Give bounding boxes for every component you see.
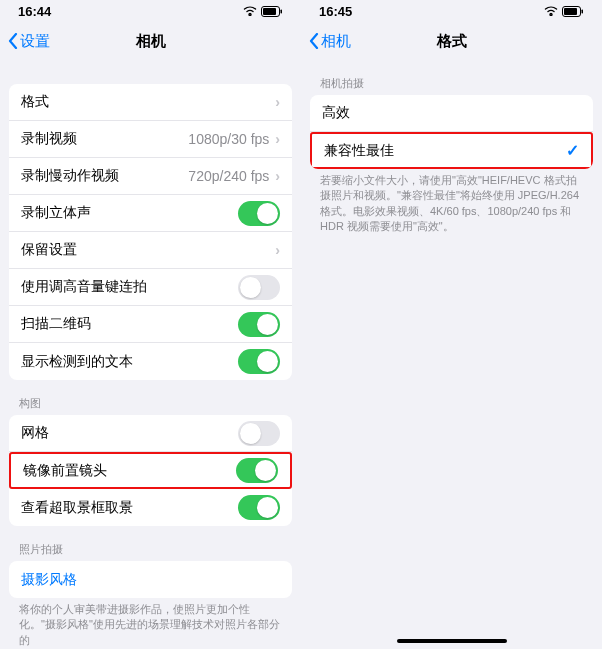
- label: 录制立体声: [21, 204, 91, 222]
- svg-rect-5: [582, 9, 584, 13]
- row-photo-styles[interactable]: 摄影风格: [9, 561, 292, 598]
- label: 高效: [322, 104, 350, 122]
- status-right: [544, 6, 584, 17]
- content: 格式 › 录制视频 1080p/30 fps › 录制慢动作视频 720p/24…: [0, 60, 301, 649]
- chevron-right-icon: ›: [275, 168, 280, 184]
- home-indicator[interactable]: [397, 639, 507, 643]
- page-title: 格式: [437, 32, 467, 51]
- wifi-icon: [243, 6, 257, 16]
- label: 格式: [21, 93, 49, 111]
- row-most-compatible[interactable]: 兼容性最佳 ✓: [310, 132, 593, 169]
- wifi-icon: [544, 6, 558, 16]
- back-button[interactable]: 设置: [8, 32, 50, 51]
- battery-icon: [562, 6, 584, 17]
- label: 录制视频: [21, 130, 77, 148]
- toggle-scan-qr[interactable]: [238, 312, 280, 337]
- toggle-view-outside-frame[interactable]: [238, 495, 280, 520]
- svg-rect-2: [281, 9, 283, 13]
- row-scan-qr: 扫描二维码: [9, 306, 292, 343]
- row-view-outside-frame: 查看超取景框取景: [9, 489, 292, 526]
- chevron-right-icon: ›: [275, 94, 280, 110]
- row-record-slomo[interactable]: 录制慢动作视频 720p/240 fps ›: [9, 158, 292, 195]
- chevron-left-icon: [309, 33, 319, 49]
- row-volume-burst: 使用调高音量键连拍: [9, 269, 292, 306]
- row-show-text: 显示检测到的文本: [9, 343, 292, 380]
- label: 扫描二维码: [21, 315, 91, 333]
- back-button[interactable]: 相机: [309, 32, 351, 51]
- detail: 720p/240 fps: [188, 168, 269, 184]
- toggle-mirror-front[interactable]: [236, 458, 278, 483]
- label: 查看超取景框取景: [21, 499, 133, 517]
- label: 使用调高音量键连拍: [21, 278, 147, 296]
- label: 兼容性最佳: [324, 142, 394, 160]
- svg-rect-1: [263, 8, 276, 15]
- group-format-options: 高效 兼容性最佳 ✓: [310, 95, 593, 169]
- phone-right-format-settings: 16:45 相机 格式 相机拍摄 高效 兼容性最佳 ✓ 若要缩小文件大小，请使用…: [301, 0, 602, 649]
- svg-rect-4: [564, 8, 577, 15]
- footer-text-photo-styles: 将你的个人审美带进摄影作品，使照片更加个性化。"摄影风格"使用先进的场景理解技术…: [9, 598, 292, 649]
- checkmark-icon: ✓: [566, 141, 579, 160]
- status-time: 16:44: [18, 4, 51, 19]
- phone-left-camera-settings: 16:44 设置 相机 格式 › 录制视频 1080p/30 fps › 录制慢…: [0, 0, 301, 649]
- chevron-right-icon: ›: [275, 242, 280, 258]
- label: 显示检测到的文本: [21, 353, 133, 371]
- status-right: [243, 6, 283, 17]
- group-main: 格式 › 录制视频 1080p/30 fps › 录制慢动作视频 720p/24…: [9, 84, 292, 380]
- label: 网格: [21, 424, 49, 442]
- nav-bar: 相机 格式: [301, 22, 602, 60]
- row-record-video[interactable]: 录制视频 1080p/30 fps ›: [9, 121, 292, 158]
- toggle-volume-burst[interactable]: [238, 275, 280, 300]
- row-stereo: 录制立体声: [9, 195, 292, 232]
- toggle-stereo[interactable]: [238, 201, 280, 226]
- toggle-show-text[interactable]: [238, 349, 280, 374]
- battery-icon: [261, 6, 283, 17]
- label: 保留设置: [21, 241, 77, 259]
- back-label: 设置: [20, 32, 50, 51]
- status-bar: 16:44: [0, 0, 301, 22]
- group-photo-capture: 摄影风格: [9, 561, 292, 598]
- row-format[interactable]: 格式 ›: [9, 84, 292, 121]
- section-header-capture: 相机拍摄: [310, 60, 593, 95]
- nav-bar: 设置 相机: [0, 22, 301, 60]
- group-composition: 网格 镜像前置镜头 查看超取景框取景: [9, 415, 292, 526]
- section-header-composition: 构图: [9, 380, 292, 415]
- row-mirror-front: 镜像前置镜头: [9, 452, 292, 489]
- page-title: 相机: [136, 32, 166, 51]
- back-label: 相机: [321, 32, 351, 51]
- row-grid: 网格: [9, 415, 292, 452]
- detail: 1080p/30 fps: [188, 131, 269, 147]
- status-bar: 16:45: [301, 0, 602, 22]
- chevron-left-icon: [8, 33, 18, 49]
- label: 录制慢动作视频: [21, 167, 119, 185]
- toggle-grid[interactable]: [238, 421, 280, 446]
- label: 摄影风格: [21, 571, 77, 589]
- label: 镜像前置镜头: [23, 462, 107, 480]
- content: 相机拍摄 高效 兼容性最佳 ✓ 若要缩小文件大小，请使用"高效"HEIF/HEV…: [301, 60, 602, 649]
- status-time: 16:45: [319, 4, 352, 19]
- row-preserve[interactable]: 保留设置 ›: [9, 232, 292, 269]
- chevron-right-icon: ›: [275, 131, 280, 147]
- footer-text-format: 若要缩小文件大小，请使用"高效"HEIF/HEVC 格式拍摄照片和视频。"兼容性…: [310, 169, 593, 243]
- section-header-photo-capture: 照片拍摄: [9, 526, 292, 561]
- row-high-efficiency[interactable]: 高效: [310, 95, 593, 132]
